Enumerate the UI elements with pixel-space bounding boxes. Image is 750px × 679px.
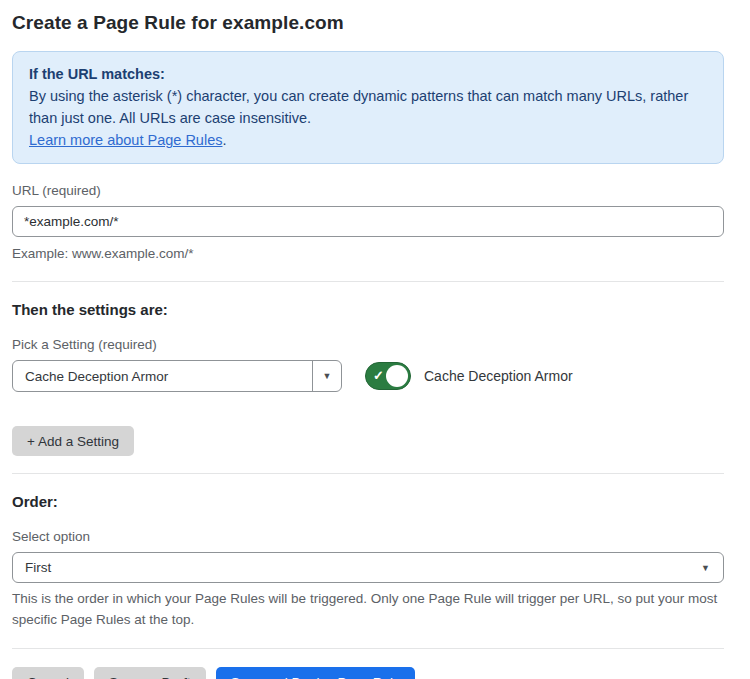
divider — [12, 473, 724, 474]
divider — [12, 281, 724, 282]
setting-row: Cache Deception Armor ▼ ✓ Cache Deceptio… — [12, 360, 724, 392]
chevron-down-icon: ▼ — [323, 372, 332, 381]
setting-select-value: Cache Deception Armor — [13, 361, 312, 391]
setting-toggle[interactable]: ✓ — [365, 362, 411, 390]
cancel-button[interactable]: Cancel — [12, 667, 84, 679]
learn-more-link[interactable]: Learn more about Page Rules — [29, 132, 222, 148]
create-page-rule-panel: Create a Page Rule for example.com If th… — [0, 0, 737, 679]
toggle-knob — [386, 365, 408, 387]
info-box-body-text: By using the asterisk (*) character, you… — [29, 88, 688, 126]
url-input[interactable] — [12, 206, 724, 237]
divider — [12, 648, 724, 649]
order-select-value: First — [13, 553, 723, 582]
check-icon: ✓ — [373, 369, 384, 384]
save-as-draft-button[interactable]: Save as Draft — [94, 667, 206, 679]
url-example-helper: Example: www.example.com/* — [12, 244, 724, 264]
setting-select[interactable]: Cache Deception Armor ▼ — [12, 360, 342, 392]
pick-setting-label: Pick a Setting (required) — [12, 337, 724, 352]
order-helper-text: This is the order in which your Page Rul… — [12, 589, 724, 631]
settings-section-heading: Then the settings are: — [12, 301, 724, 318]
order-section-heading: Order: — [12, 493, 724, 510]
info-box-heading: If the URL matches: — [29, 63, 707, 85]
info-box-body: By using the asterisk (*) character, you… — [29, 85, 707, 151]
url-matches-info-box: If the URL matches: By using the asteris… — [12, 51, 724, 164]
setting-toggle-label: Cache Deception Armor — [424, 368, 573, 384]
save-and-deploy-button[interactable]: Save and Deploy Page Rule — [216, 667, 416, 679]
page-title: Create a Page Rule for example.com — [12, 12, 724, 34]
link-period: . — [222, 132, 226, 148]
footer-button-row: Cancel Save as Draft Save and Deploy Pag… — [12, 667, 724, 679]
add-setting-button[interactable]: + Add a Setting — [12, 426, 134, 456]
setting-select-arrow-button[interactable]: ▼ — [312, 361, 341, 391]
order-select[interactable]: First ▼ — [12, 552, 724, 583]
order-select-label: Select option — [12, 529, 724, 544]
url-field-label: URL (required) — [12, 183, 724, 198]
chevron-down-icon: ▼ — [701, 563, 710, 572]
